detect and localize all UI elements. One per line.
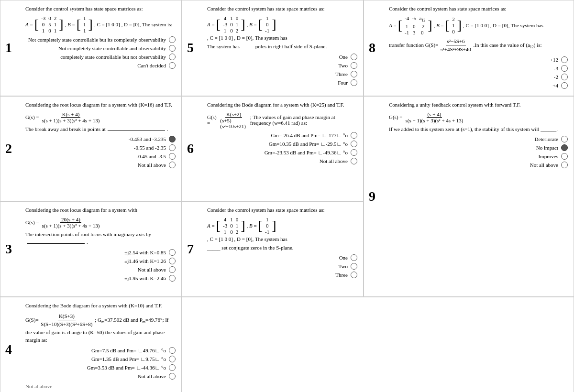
q2-radio-4[interactable] <box>169 162 176 168</box>
q1-title: Consider the control system has state sp… <box>25 5 176 12</box>
q7-options: One Two Three <box>207 254 357 278</box>
q8-tf: transfer function G(S)= s²−5S+6s³+4S²+9S… <box>389 37 568 54</box>
q4-radio-4[interactable] <box>169 373 176 380</box>
q3-opt2: ±j1.46 with K=1.26 <box>25 258 176 264</box>
q8-opt4: +4 <box>389 82 568 89</box>
question-9: 9 Considering a unity feedback control s… <box>364 96 574 297</box>
q4-radio-1[interactable] <box>169 347 176 354</box>
q2-content: Considering the root locus diagram for a… <box>25 101 176 169</box>
q8-number: 8 <box>369 40 375 55</box>
q4-gs: G(S)= K(S+3)S(S+10)(S+3)(S²+6S+8) ; Gm=3… <box>25 312 176 344</box>
q7-radio-3[interactable] <box>351 272 357 278</box>
q6-radio-3[interactable] <box>351 149 357 156</box>
q7-A-label: A = <box>207 223 215 229</box>
q5-options: One Two Three Four <box>207 54 357 86</box>
q-bottom-empty <box>182 297 574 392</box>
q9-stability-text: If we added to this system zero at (s=1)… <box>389 125 568 133</box>
q1-A-label: A = <box>25 22 33 27</box>
q8-title: Consider the control system has state sp… <box>389 5 568 12</box>
q3-radio-3[interactable] <box>169 266 176 273</box>
q1-CD-text: , C = [1 0 0] , D = [0], The system is: <box>94 22 172 27</box>
q2-radio-1[interactable] <box>169 136 176 142</box>
q8-A-bracket-left: [ <box>398 19 402 32</box>
q3-radio-1[interactable] <box>169 249 176 256</box>
q8-radio-4[interactable] <box>561 82 568 89</box>
q8-content: Consider the control system has state sp… <box>389 5 568 89</box>
q5-A-label: A = <box>207 22 215 27</box>
q3-title: Considering the root locus diagram for a… <box>25 207 176 214</box>
q9-gs: G(s) = (s + 4)s(s + 1)(s + 3)(s² + 4s + … <box>389 111 568 123</box>
q6-bode-text: ; The values of gain and phase margin at… <box>250 114 357 126</box>
q6-opt2: Gm=10.35 dB and Pm= ∟-29.5∟ °o <box>207 141 357 147</box>
q9-radio-4[interactable] <box>561 162 568 168</box>
q1-radio-2[interactable] <box>169 45 176 52</box>
q7-B-label: , B = <box>247 223 257 229</box>
q4-opt2: Gm=1.35 dB and Pm= ∟9.75∟ °o <box>25 356 176 362</box>
q2-radio-3[interactable] <box>169 153 176 160</box>
q7-title: Consider the control system has state sp… <box>207 207 357 214</box>
question-5: 5 Consider the control system has state … <box>182 0 364 96</box>
q9-options: Deteriorate No impact Improves Not all a… <box>389 136 568 168</box>
q2-options: -0.453 and -3.235 -0.55 and -2.35 -0.45 … <box>25 136 176 168</box>
q9-content: Considering a unity feedback control sys… <box>389 101 568 169</box>
q3-content: Considering the root locus diagram for a… <box>25 207 176 282</box>
q2-opt2: -0.55 and -2.35 <box>25 144 176 151</box>
q1-opt1: Not completely state controllable but it… <box>25 36 176 43</box>
q5-radio-3[interactable] <box>351 71 357 77</box>
q4-content: Considering the Bode diagram for a syste… <box>25 302 176 389</box>
q1-B-label: , B = <box>65 22 75 27</box>
q6-radio-2[interactable] <box>351 141 357 147</box>
q8-matrix-eq: A = [ -4-5a12 10-2 -130 ] , B = [ 210 ] … <box>389 15 568 35</box>
q3-number: 3 <box>5 241 12 257</box>
q1-A-bracket-left: [ <box>34 18 39 31</box>
q6-radio-4[interactable] <box>351 158 357 164</box>
q3-opt3: Not all above <box>25 266 176 273</box>
q4-note: Not al above <box>25 383 176 389</box>
q8-radio-2[interactable] <box>561 65 568 72</box>
q6-opt3: Gm=-23.53 dB and Pm= ∟-49.36∟ °o <box>207 149 357 156</box>
q5-A-bracket-right: ] <box>241 18 245 31</box>
q8-CD-text: , C = [1 0 0] , D = [0], The system has <box>463 22 543 28</box>
q5-opt3: Three <box>207 71 357 77</box>
q7-radio-1[interactable] <box>351 254 357 261</box>
q8-B-matrix: 210 <box>452 16 455 34</box>
q7-radio-2[interactable] <box>351 263 357 270</box>
q9-opt4: Not all above <box>389 162 568 168</box>
q4-radio-3[interactable] <box>169 364 176 371</box>
q5-opt2: Two <box>207 62 357 69</box>
q7-A-bracket-right: ] <box>241 219 245 232</box>
q1-content: Consider the control system has state sp… <box>25 5 176 69</box>
q2-radio-2[interactable] <box>169 144 176 151</box>
q5-B-matrix: 10-1 <box>265 15 269 33</box>
q4-radio-2[interactable] <box>169 356 176 362</box>
q5-radio-4[interactable] <box>351 79 357 86</box>
q5-content: Consider the control system has state sp… <box>207 5 357 86</box>
q7-A-matrix: 410 -301 102 <box>223 217 238 235</box>
q9-radio-1[interactable] <box>561 136 568 142</box>
q8-radio-3[interactable] <box>561 74 568 80</box>
q3-radio-2[interactable] <box>169 258 176 264</box>
q9-radio-2[interactable] <box>561 144 568 151</box>
question-4: 4 Considering the Bode diagram for a sys… <box>0 297 182 392</box>
q5-radio-2[interactable] <box>351 62 357 69</box>
q5-A-bracket-left: [ <box>216 18 221 31</box>
q5-A-matrix: 410 -301 102 <box>223 15 238 33</box>
q9-radio-3[interactable] <box>561 153 568 160</box>
q5-radio-1[interactable] <box>351 54 357 60</box>
q1-options: Not completely state controllable but it… <box>25 36 176 69</box>
q9-opt2: No impact <box>389 144 568 151</box>
q1-opt2: Not completely state controllable and ob… <box>25 45 176 52</box>
q1-radio-3[interactable] <box>169 54 176 60</box>
q4-opt1: Gm=7.5 dB and Pm= ∟49.76∟ °o <box>25 347 176 354</box>
q5-system-text: The system has _____ poles in right half… <box>207 43 357 51</box>
q7-opt2: Two <box>207 263 357 270</box>
q8-radio-1[interactable] <box>561 56 568 63</box>
q1-radio-4[interactable] <box>169 62 176 69</box>
q3-radio-4[interactable] <box>169 275 176 282</box>
q5-B-label: , B = <box>247 22 257 27</box>
q5-CD-text: , C = [1 0 0] , D = [0], The system has <box>207 35 287 41</box>
q8-options: +12 -3 -2 +4 <box>389 56 568 89</box>
q1-radio-1[interactable] <box>169 36 176 43</box>
q7-system-text: _____ set conjugate zeros in the S-plane… <box>207 244 357 252</box>
q6-radio-1[interactable] <box>351 132 357 139</box>
